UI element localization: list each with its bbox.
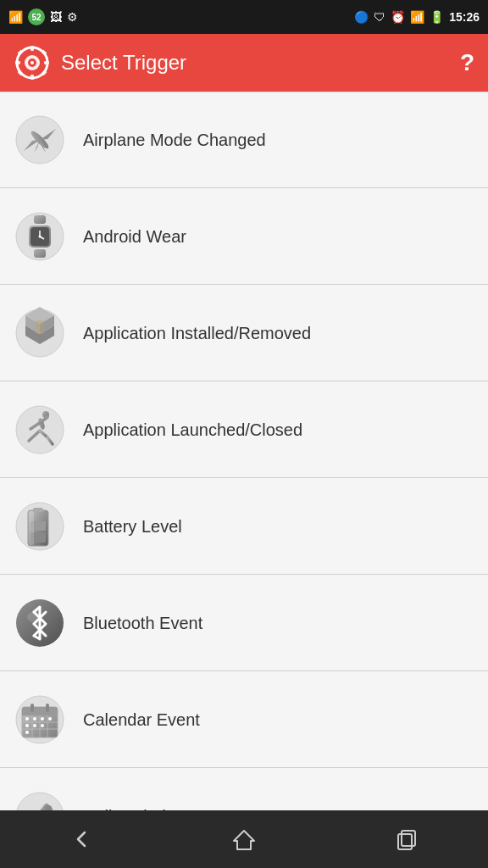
list-item-android-wear[interactable]: Android Wear bbox=[0, 188, 488, 285]
status-bar: 📶 52 🖼 ⚙ 🔵 🛡 ⏰ 📶 🔋 15:26 bbox=[0, 0, 488, 34]
list-item-app-installed[interactable]: Application Installed/Removed bbox=[0, 285, 488, 381]
svg-point-66 bbox=[33, 724, 36, 727]
android-wear-label: Android Wear bbox=[83, 225, 186, 248]
app-bar: Select Trigger ? bbox=[0, 34, 488, 92]
bluetooth-icon bbox=[14, 597, 66, 649]
bottom-navigation bbox=[0, 810, 488, 868]
svg-rect-42 bbox=[33, 508, 43, 512]
app-bar-title: Select Trigger bbox=[61, 51, 460, 75]
calendar-label: Calendar Event bbox=[83, 709, 200, 731]
svg-rect-45 bbox=[29, 511, 34, 545]
list-item-app-launched[interactable]: Application Launched/Closed bbox=[0, 381, 488, 478]
svg-rect-73 bbox=[398, 834, 412, 849]
list-item-bluetooth[interactable]: Bluetooth Event bbox=[0, 575, 488, 671]
trigger-list: Airplane Mode Changed bbox=[0, 92, 488, 810]
app-logo bbox=[14, 44, 51, 81]
image-icon: 🖼 bbox=[50, 10, 62, 24]
help-button[interactable]: ? bbox=[460, 49, 474, 76]
svg-marker-31 bbox=[36, 320, 44, 334]
svg-point-25 bbox=[39, 235, 42, 237]
svg-point-65 bbox=[25, 724, 29, 727]
signal-icon: 📶 bbox=[8, 10, 23, 24]
time-display: 15:26 bbox=[449, 10, 480, 24]
clock-icon: ⏰ bbox=[391, 10, 405, 24]
svg-point-11 bbox=[30, 61, 34, 64]
svg-point-49 bbox=[27, 612, 41, 622]
settings-icon: ⚙ bbox=[67, 10, 78, 24]
app-installed-label: Application Installed/Removed bbox=[83, 322, 311, 344]
svg-rect-54 bbox=[30, 704, 34, 712]
list-item-battery[interactable]: Battery Level bbox=[0, 478, 488, 575]
box-icon bbox=[14, 307, 66, 359]
app-launched-label: Application Launched/Closed bbox=[83, 419, 302, 441]
svg-point-71 bbox=[45, 805, 52, 810]
svg-point-63 bbox=[41, 717, 44, 721]
status-bar-left: 📶 52 🖼 ⚙ bbox=[8, 8, 78, 25]
status-bar-right: 🔵 🛡 ⏰ 📶 🔋 15:26 bbox=[354, 10, 480, 24]
svg-rect-74 bbox=[402, 831, 415, 846]
svg-rect-19 bbox=[34, 215, 46, 224]
runner-icon bbox=[14, 403, 66, 456]
list-item-airplane-mode[interactable]: Airplane Mode Changed bbox=[0, 92, 488, 188]
svg-marker-72 bbox=[234, 831, 254, 849]
svg-point-64 bbox=[48, 717, 52, 721]
list-item-call-ended[interactable]: Call Ended bbox=[0, 768, 488, 810]
back-button[interactable] bbox=[53, 819, 110, 860]
badge-52: 52 bbox=[28, 8, 45, 25]
svg-rect-55 bbox=[46, 704, 49, 712]
svg-rect-4 bbox=[44, 61, 49, 64]
home-button[interactable] bbox=[215, 819, 273, 860]
recents-button[interactable] bbox=[378, 819, 435, 860]
svg-rect-3 bbox=[15, 61, 20, 64]
phone-icon bbox=[14, 790, 66, 811]
watch-icon bbox=[14, 210, 66, 263]
svg-point-61 bbox=[25, 717, 29, 721]
airplane-mode-label: Airplane Mode Changed bbox=[83, 129, 266, 151]
svg-point-68 bbox=[25, 731, 29, 734]
battery-status-icon: 🔋 bbox=[430, 10, 444, 24]
bluetooth-label: Bluetooth Event bbox=[83, 612, 202, 634]
svg-rect-1 bbox=[30, 46, 34, 51]
list-item-calendar[interactable]: Calendar Event bbox=[0, 671, 488, 768]
svg-rect-2 bbox=[30, 75, 34, 80]
bluetooth-status-icon: 🔵 bbox=[354, 10, 369, 24]
battery-label: Battery Level bbox=[83, 515, 182, 537]
svg-rect-53 bbox=[22, 712, 58, 715]
svg-point-62 bbox=[33, 717, 36, 721]
svg-point-69 bbox=[16, 793, 64, 811]
shield-icon: 🛡 bbox=[374, 10, 385, 24]
battery-icon bbox=[14, 500, 66, 553]
airplane-icon bbox=[14, 114, 66, 166]
signal-bars-icon: 📶 bbox=[410, 10, 424, 24]
svg-rect-20 bbox=[34, 249, 46, 258]
calendar-icon bbox=[14, 693, 66, 746]
svg-point-67 bbox=[41, 724, 44, 727]
